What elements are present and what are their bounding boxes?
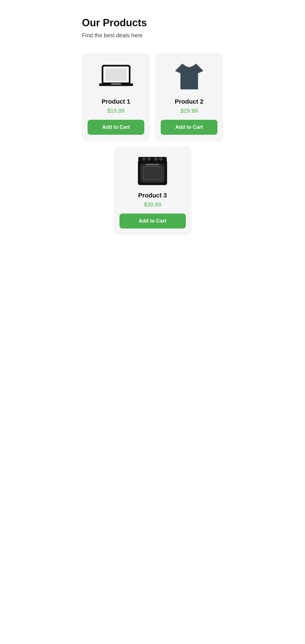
- add-to-cart-button-2[interactable]: Add to Cart: [161, 120, 217, 135]
- svg-point-9: [160, 158, 162, 160]
- svg-point-8: [154, 158, 157, 160]
- oven-icon: [136, 153, 169, 187]
- product-card-3: Product 3 $39.99 Add to Cart: [114, 147, 191, 235]
- product-1-name: Product 1: [102, 98, 130, 105]
- products-grid: Product 1 $19.99 Add to Cart Product 2 $…: [82, 53, 223, 235]
- product-3-name: Product 3: [138, 192, 167, 199]
- product-card-1: Product 1 $19.99 Add to Cart: [82, 53, 150, 142]
- svg-point-7: [148, 158, 151, 160]
- svg-rect-12: [146, 164, 159, 166]
- product-card-2: Product 2 $29.99 Add to Cart: [155, 53, 223, 142]
- page-subtitle: Find the best deals here: [82, 32, 223, 39]
- laptop-icon: [99, 60, 133, 93]
- page-title: Our Products: [82, 17, 223, 29]
- product-2-price: $29.99: [180, 108, 198, 114]
- svg-rect-3: [111, 83, 121, 85]
- product-1-price: $19.99: [107, 108, 125, 114]
- svg-point-6: [143, 158, 145, 160]
- tshirt-icon: [172, 60, 206, 93]
- svg-rect-11: [143, 166, 162, 180]
- add-to-cart-button-1[interactable]: Add to Cart: [88, 120, 144, 135]
- product-2-name: Product 2: [175, 98, 203, 105]
- product-3-price: $39.99: [144, 201, 161, 208]
- svg-rect-1: [105, 68, 127, 81]
- add-to-cart-button-3[interactable]: Add to Cart: [119, 214, 186, 229]
- header-section: Our Products Find the best deals here: [82, 0, 223, 44]
